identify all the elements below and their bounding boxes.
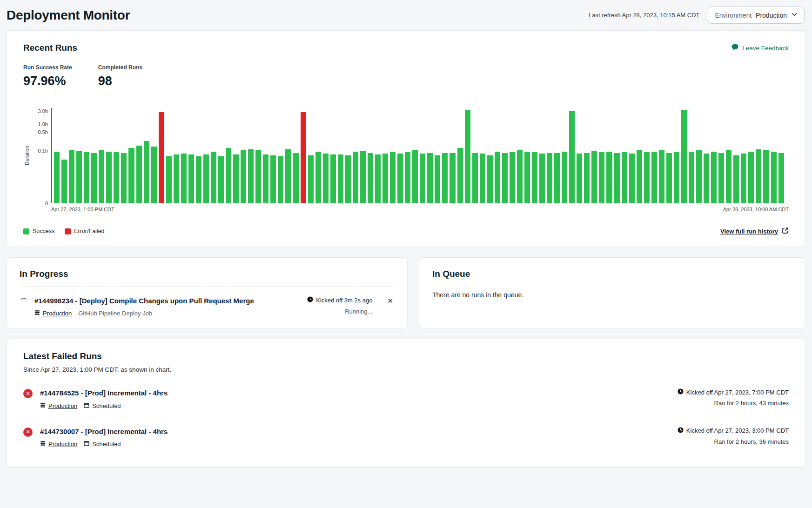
- run-bar-success[interactable]: [480, 154, 485, 203]
- run-bar-success[interactable]: [114, 152, 119, 203]
- environment-link[interactable]: Production: [48, 441, 77, 448]
- run-bar-success[interactable]: [524, 152, 530, 203]
- run-bar-success[interactable]: [188, 154, 194, 203]
- run-bar-success[interactable]: [666, 153, 672, 203]
- run-bar-success[interactable]: [554, 153, 560, 203]
- run-bar-success[interactable]: [704, 154, 709, 203]
- run-bar-success[interactable]: [457, 148, 463, 203]
- run-bar-success[interactable]: [778, 153, 784, 203]
- run-bar-success[interactable]: [427, 153, 433, 203]
- run-bar-success[interactable]: [644, 152, 650, 203]
- run-bar-success[interactable]: [368, 153, 373, 203]
- run-bar-success[interactable]: [539, 154, 545, 203]
- run-bar-success[interactable]: [718, 153, 724, 203]
- run-bar-success[interactable]: [308, 155, 314, 203]
- run-bar-success[interactable]: [397, 154, 403, 203]
- run-bar-success[interactable]: [442, 153, 448, 203]
- run-bar-success[interactable]: [599, 152, 604, 203]
- run-bar-success[interactable]: [472, 153, 478, 203]
- run-bar-success[interactable]: [255, 150, 261, 203]
- environment-select[interactable]: Environment Production: [708, 7, 805, 24]
- run-bar-success[interactable]: [748, 152, 754, 203]
- run-bar-success[interactable]: [420, 154, 425, 203]
- run-bar-success[interactable]: [345, 155, 351, 203]
- run-bar-success[interactable]: [733, 155, 739, 203]
- run-bar-success[interactable]: [174, 154, 179, 203]
- run-bar-success[interactable]: [674, 152, 679, 203]
- run-bar-success[interactable]: [502, 153, 508, 203]
- run-bar-success[interactable]: [128, 148, 134, 203]
- run-bar-success[interactable]: [248, 149, 254, 203]
- run-bar-success[interactable]: [144, 141, 149, 203]
- run-bar-success[interactable]: [293, 153, 299, 203]
- run-bar-success[interactable]: [659, 150, 664, 203]
- run-bar-success[interactable]: [99, 150, 104, 203]
- run-bar-success[interactable]: [726, 150, 731, 203]
- run-bar-failed[interactable]: [159, 112, 164, 203]
- run-bar-success[interactable]: [181, 154, 187, 203]
- run-bar-success[interactable]: [689, 152, 694, 203]
- run-bar-success[interactable]: [681, 110, 687, 203]
- run-bar-success[interactable]: [405, 152, 410, 203]
- run-bar-success[interactable]: [136, 146, 142, 203]
- run-bar-success[interactable]: [756, 149, 761, 203]
- run-bar-failed[interactable]: [301, 112, 306, 203]
- run-bar-success[interactable]: [517, 150, 523, 203]
- run-bar-success[interactable]: [166, 156, 172, 203]
- run-bar-success[interactable]: [323, 154, 329, 203]
- run-bar-success[interactable]: [233, 154, 239, 203]
- run-bar-success[interactable]: [226, 148, 231, 203]
- run-bar-success[interactable]: [218, 156, 224, 203]
- run-bar-success[interactable]: [532, 152, 537, 203]
- view-full-run-history-link[interactable]: View full run history: [720, 227, 789, 235]
- run-bar-success[interactable]: [270, 155, 276, 203]
- run-bar-success[interactable]: [330, 154, 336, 203]
- run-bar-success[interactable]: [196, 156, 201, 203]
- run-bar-success[interactable]: [151, 147, 157, 203]
- run-bar-success[interactable]: [577, 154, 582, 203]
- run-bar-success[interactable]: [241, 150, 246, 203]
- run-bar-success[interactable]: [547, 153, 552, 203]
- run-bar-success[interactable]: [383, 154, 388, 203]
- run-bar-success[interactable]: [54, 152, 60, 203]
- close-icon[interactable]: ✕: [386, 296, 394, 305]
- run-bar-success[interactable]: [285, 149, 291, 203]
- run-bar-success[interactable]: [360, 151, 366, 203]
- run-bar-success[interactable]: [353, 152, 358, 203]
- run-bar-success[interactable]: [263, 154, 268, 203]
- environment-link[interactable]: Production: [48, 402, 77, 409]
- run-bar-success[interactable]: [591, 151, 597, 203]
- run-bar-success[interactable]: [614, 153, 620, 203]
- run-bar-success[interactable]: [211, 152, 216, 203]
- run-bar-success[interactable]: [106, 152, 112, 203]
- run-bar-success[interactable]: [450, 153, 455, 203]
- run-bar-success[interactable]: [637, 150, 642, 203]
- run-bar-success[interactable]: [562, 152, 567, 203]
- run-bar-success[interactable]: [203, 154, 209, 203]
- run-bar-success[interactable]: [278, 156, 283, 203]
- run-bar-success[interactable]: [121, 153, 127, 203]
- run-bar-success[interactable]: [69, 150, 74, 203]
- run-bar-success[interactable]: [696, 150, 702, 203]
- run-bar-success[interactable]: [412, 150, 418, 203]
- run-bar-success[interactable]: [61, 160, 67, 203]
- run-bar-success[interactable]: [651, 152, 657, 203]
- run-bar-success[interactable]: [487, 155, 493, 203]
- run-bar-success[interactable]: [622, 152, 627, 203]
- run-bar-success[interactable]: [711, 152, 717, 203]
- run-bar-success[interactable]: [315, 152, 321, 203]
- environment-link[interactable]: Production: [43, 310, 72, 317]
- run-bar-success[interactable]: [741, 154, 746, 203]
- run-bar-success[interactable]: [771, 152, 777, 203]
- leave-feedback-button[interactable]: Leave Feedback: [731, 43, 789, 53]
- run-bar-success[interactable]: [569, 111, 575, 203]
- run-bar-success[interactable]: [495, 152, 500, 203]
- run-bar-success[interactable]: [375, 154, 381, 203]
- run-bar-success[interactable]: [510, 152, 515, 203]
- run-bar-success[interactable]: [390, 152, 396, 203]
- run-bar-success[interactable]: [435, 155, 440, 203]
- run-bar-success[interactable]: [629, 154, 635, 203]
- run-bar-success[interactable]: [84, 152, 89, 203]
- run-bar-success[interactable]: [584, 153, 590, 203]
- run-bar-success[interactable]: [763, 150, 769, 203]
